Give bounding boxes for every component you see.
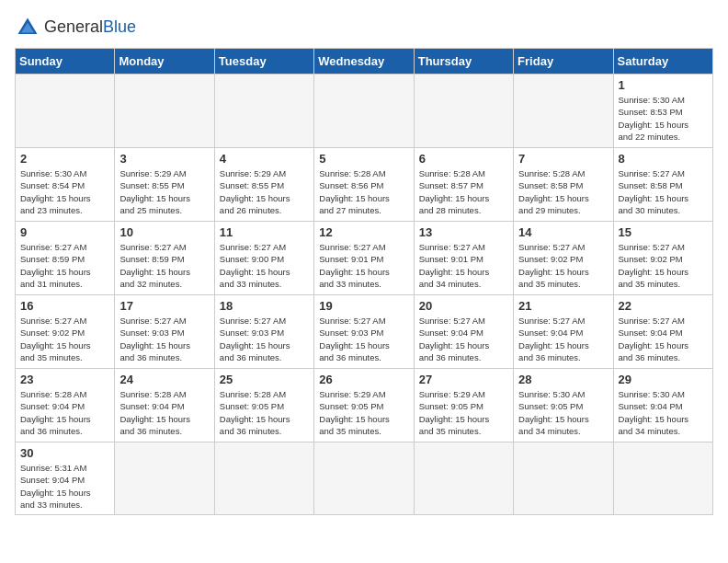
- day-number: 22: [619, 299, 708, 313]
- calendar-cell: 29Sunrise: 5:30 AM Sunset: 9:04 PM Dayli…: [613, 369, 712, 442]
- day-number: 4: [220, 152, 309, 166]
- calendar-cell: [214, 75, 313, 148]
- day-info: Sunrise: 5:27 AM Sunset: 9:04 PM Dayligh…: [419, 315, 508, 363]
- calendar-cell: 2Sunrise: 5:30 AM Sunset: 8:54 PM Daylig…: [16, 148, 115, 222]
- day-info: Sunrise: 5:27 AM Sunset: 9:04 PM Dayligh…: [518, 315, 608, 363]
- day-info: Sunrise: 5:27 AM Sunset: 9:03 PM Dayligh…: [119, 315, 209, 363]
- calendar-cell: [314, 442, 414, 515]
- calendar-cell: [16, 75, 115, 148]
- day-info: Sunrise: 5:27 AM Sunset: 9:02 PM Dayligh…: [20, 315, 109, 363]
- calendar-cell: 7Sunrise: 5:28 AM Sunset: 8:58 PM Daylig…: [514, 148, 613, 222]
- logo-icon: [15, 15, 40, 40]
- calendar-cell: 27Sunrise: 5:29 AM Sunset: 9:05 PM Dayli…: [414, 369, 513, 442]
- day-info: Sunrise: 5:28 AM Sunset: 9:04 PM Dayligh…: [20, 388, 109, 437]
- day-info: Sunrise: 5:28 AM Sunset: 8:57 PM Dayligh…: [419, 167, 508, 216]
- day-number: 24: [119, 373, 209, 386]
- day-info: Sunrise: 5:28 AM Sunset: 9:05 PM Dayligh…: [220, 388, 309, 437]
- calendar-cell: 1Sunrise: 5:30 AM Sunset: 8:53 PM Daylig…: [613, 75, 712, 148]
- day-info: Sunrise: 5:29 AM Sunset: 8:55 PM Dayligh…: [119, 167, 209, 216]
- day-info: Sunrise: 5:30 AM Sunset: 8:53 PM Dayligh…: [619, 94, 708, 143]
- day-info: Sunrise: 5:29 AM Sunset: 8:55 PM Dayligh…: [220, 167, 309, 216]
- day-info: Sunrise: 5:27 AM Sunset: 9:00 PM Dayligh…: [220, 241, 309, 290]
- day-number: 20: [419, 299, 508, 313]
- calendar-cell: 5Sunrise: 5:28 AM Sunset: 8:56 PM Daylig…: [314, 148, 414, 222]
- day-info: Sunrise: 5:28 AM Sunset: 8:56 PM Dayligh…: [319, 167, 408, 216]
- day-number: 18: [220, 299, 309, 313]
- calendar-cell: 9Sunrise: 5:27 AM Sunset: 8:59 PM Daylig…: [16, 222, 115, 295]
- calendar-cell: 22Sunrise: 5:27 AM Sunset: 9:04 PM Dayli…: [613, 295, 712, 369]
- calendar-cell: 26Sunrise: 5:29 AM Sunset: 9:05 PM Dayli…: [314, 369, 414, 442]
- calendar-week-row: 1Sunrise: 5:30 AM Sunset: 8:53 PM Daylig…: [16, 75, 713, 148]
- day-number: 12: [319, 225, 408, 239]
- day-number: 21: [518, 299, 608, 313]
- calendar-cell: 21Sunrise: 5:27 AM Sunset: 9:04 PM Dayli…: [514, 295, 613, 369]
- day-info: Sunrise: 5:30 AM Sunset: 9:04 PM Dayligh…: [619, 388, 708, 437]
- day-number: 16: [20, 299, 109, 313]
- calendar-cell: 14Sunrise: 5:27 AM Sunset: 9:02 PM Dayli…: [514, 222, 613, 295]
- day-info: Sunrise: 5:27 AM Sunset: 8:59 PM Dayligh…: [119, 241, 209, 290]
- calendar-cell: [514, 442, 613, 515]
- calendar-cell: [414, 75, 513, 148]
- weekday-header-thursday: Thursday: [414, 49, 513, 75]
- weekday-header-sunday: Sunday: [16, 49, 115, 75]
- calendar-cell: 16Sunrise: 5:27 AM Sunset: 9:02 PM Dayli…: [16, 295, 115, 369]
- day-number: 29: [619, 373, 708, 386]
- weekday-header-tuesday: Tuesday: [214, 49, 313, 75]
- day-number: 2: [20, 152, 109, 166]
- day-number: 1: [619, 78, 708, 92]
- weekday-header-friday: Friday: [514, 49, 613, 75]
- day-number: 30: [20, 446, 109, 460]
- calendar-cell: 12Sunrise: 5:27 AM Sunset: 9:01 PM Dayli…: [314, 222, 414, 295]
- calendar-cell: 6Sunrise: 5:28 AM Sunset: 8:57 PM Daylig…: [414, 148, 513, 222]
- day-number: 14: [518, 225, 608, 239]
- calendar-cell: [314, 75, 414, 148]
- calendar-cell: 24Sunrise: 5:28 AM Sunset: 9:04 PM Dayli…: [115, 369, 214, 442]
- day-number: 9: [20, 225, 109, 239]
- day-info: Sunrise: 5:27 AM Sunset: 8:58 PM Dayligh…: [619, 167, 708, 216]
- day-number: 11: [220, 225, 309, 239]
- calendar-cell: 30Sunrise: 5:31 AM Sunset: 9:04 PM Dayli…: [16, 442, 115, 515]
- day-info: Sunrise: 5:28 AM Sunset: 8:58 PM Dayligh…: [518, 167, 608, 216]
- day-number: 17: [119, 299, 209, 313]
- day-info: Sunrise: 5:30 AM Sunset: 9:05 PM Dayligh…: [518, 388, 608, 437]
- weekday-header-wednesday: Wednesday: [314, 49, 414, 75]
- calendar-cell: 15Sunrise: 5:27 AM Sunset: 9:02 PM Dayli…: [613, 222, 712, 295]
- day-number: 13: [419, 225, 508, 239]
- calendar-cell: 20Sunrise: 5:27 AM Sunset: 9:04 PM Dayli…: [414, 295, 513, 369]
- day-info: Sunrise: 5:27 AM Sunset: 9:02 PM Dayligh…: [518, 241, 608, 290]
- calendar-cell: 11Sunrise: 5:27 AM Sunset: 9:00 PM Dayli…: [214, 222, 313, 295]
- day-info: Sunrise: 5:31 AM Sunset: 9:04 PM Dayligh…: [20, 462, 109, 511]
- calendar-cell: 4Sunrise: 5:29 AM Sunset: 8:55 PM Daylig…: [214, 148, 313, 222]
- day-number: 8: [619, 152, 708, 166]
- calendar-cell: 23Sunrise: 5:28 AM Sunset: 9:04 PM Dayli…: [16, 369, 115, 442]
- calendar-week-row: 2Sunrise: 5:30 AM Sunset: 8:54 PM Daylig…: [16, 148, 713, 222]
- page-header: GeneralBlue: [15, 15, 713, 40]
- day-number: 7: [518, 152, 608, 166]
- day-number: 23: [20, 373, 109, 386]
- day-number: 27: [419, 373, 508, 386]
- day-info: Sunrise: 5:30 AM Sunset: 8:54 PM Dayligh…: [20, 167, 109, 216]
- calendar-week-row: 9Sunrise: 5:27 AM Sunset: 8:59 PM Daylig…: [16, 222, 713, 295]
- day-number: 10: [119, 225, 209, 239]
- calendar-cell: [514, 75, 613, 148]
- calendar-cell: 10Sunrise: 5:27 AM Sunset: 8:59 PM Dayli…: [115, 222, 214, 295]
- calendar-cell: 13Sunrise: 5:27 AM Sunset: 9:01 PM Dayli…: [414, 222, 513, 295]
- day-number: 19: [319, 299, 408, 313]
- calendar-week-row: 30Sunrise: 5:31 AM Sunset: 9:04 PM Dayli…: [16, 442, 713, 515]
- day-info: Sunrise: 5:27 AM Sunset: 9:03 PM Dayligh…: [220, 315, 309, 363]
- calendar-cell: [115, 75, 214, 148]
- day-info: Sunrise: 5:27 AM Sunset: 9:01 PM Dayligh…: [319, 241, 408, 290]
- day-number: 28: [518, 373, 608, 386]
- calendar-cell: [214, 442, 313, 515]
- day-info: Sunrise: 5:29 AM Sunset: 9:05 PM Dayligh…: [419, 388, 508, 437]
- day-number: 26: [319, 373, 408, 386]
- day-info: Sunrise: 5:28 AM Sunset: 9:04 PM Dayligh…: [119, 388, 209, 437]
- day-info: Sunrise: 5:27 AM Sunset: 9:04 PM Dayligh…: [619, 315, 708, 363]
- logo-blue-text: Blue: [103, 17, 136, 36]
- day-info: Sunrise: 5:27 AM Sunset: 9:01 PM Dayligh…: [419, 241, 508, 290]
- day-info: Sunrise: 5:27 AM Sunset: 8:59 PM Dayligh…: [20, 241, 109, 290]
- calendar-cell: 28Sunrise: 5:30 AM Sunset: 9:05 PM Dayli…: [514, 369, 613, 442]
- calendar-cell: [115, 442, 214, 515]
- day-info: Sunrise: 5:27 AM Sunset: 9:03 PM Dayligh…: [319, 315, 408, 363]
- day-number: 25: [220, 373, 309, 386]
